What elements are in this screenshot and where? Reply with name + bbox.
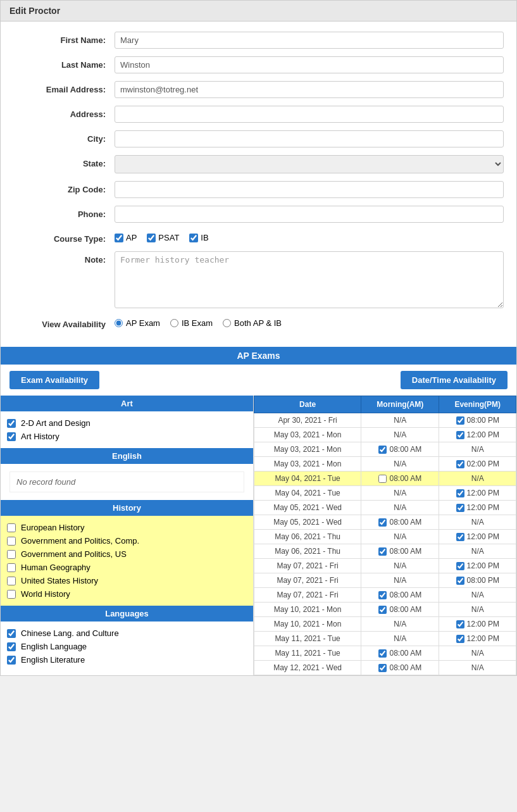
- art-history-checkbox[interactable]: [7, 432, 16, 441]
- pm-checkbox[interactable]: [456, 635, 464, 643]
- avail-ap-radio[interactable]: [115, 319, 123, 327]
- schedule-pm-cell[interactable]: 02:00 PM: [439, 457, 516, 472]
- exam-availability-button[interactable]: Exam Availability: [9, 371, 99, 389]
- pm-checkbox[interactable]: [456, 562, 464, 570]
- avail-both-exam[interactable]: Both AP & IB: [223, 318, 282, 328]
- exam-item: World History: [7, 587, 247, 601]
- email-input[interactable]: [115, 81, 504, 98]
- schedule-am-cell[interactable]: 08:00 AM: [361, 472, 439, 486]
- note-textarea[interactable]: Former history teacher: [115, 251, 504, 308]
- exam-item: United States History: [7, 574, 247, 587]
- course-type-psat[interactable]: PSAT: [147, 233, 179, 242]
- schedule-pm-cell: N/A: [439, 603, 516, 617]
- course-type-ib-label: IB: [201, 233, 208, 242]
- am-checkbox[interactable]: [378, 591, 387, 599]
- first-name-input[interactable]: [115, 32, 504, 49]
- course-type-ap-checkbox[interactable]: [115, 234, 123, 242]
- avail-ap-exam[interactable]: AP Exam: [115, 318, 160, 328]
- schedule-am-cell: N/A: [361, 617, 439, 632]
- schedule-am-cell[interactable]: 08:00 AM: [361, 442, 439, 457]
- am-checkbox[interactable]: [378, 446, 387, 454]
- schedule-am-cell[interactable]: 08:00 AM: [361, 588, 439, 603]
- address-input[interactable]: [115, 106, 504, 123]
- am-checkbox[interactable]: [378, 649, 387, 658]
- phone-input[interactable]: [115, 206, 504, 223]
- schedule-date-cell: May 10, 2021 - Mon: [254, 603, 361, 617]
- first-name-label: First Name:: [13, 32, 115, 45]
- no-record-message: No record found: [9, 472, 244, 492]
- state-select[interactable]: [115, 155, 504, 173]
- schedule-am-cell[interactable]: 08:00 AM: [361, 515, 439, 530]
- avail-ib-exam[interactable]: IB Exam: [170, 318, 213, 328]
- schedule-date-cell: May 05, 2021 - Wed: [254, 515, 361, 530]
- course-type-psat-checkbox[interactable]: [147, 234, 156, 242]
- last-name-input[interactable]: [115, 56, 504, 73]
- avail-both-radio[interactable]: [223, 319, 231, 327]
- datetime-availability-button[interactable]: Date/Time Availability: [401, 371, 508, 389]
- art-2d-checkbox[interactable]: [7, 419, 16, 428]
- col-date: Date: [254, 396, 361, 413]
- schedule-am-cell[interactable]: 08:00 AM: [361, 544, 439, 559]
- am-checkbox[interactable]: [378, 518, 387, 527]
- view-availability-label: View Availability: [13, 316, 115, 329]
- art-section: Art 2-D Art and Design Art History: [1, 396, 253, 448]
- course-type-ib[interactable]: IB: [189, 233, 208, 242]
- english-literature-checkbox[interactable]: [7, 656, 16, 665]
- govt-politics-comp-checkbox[interactable]: [7, 537, 16, 546]
- schedule-pm-cell[interactable]: 12:00 PM: [439, 486, 516, 501]
- am-checkbox[interactable]: [378, 664, 387, 672]
- am-checkbox[interactable]: [378, 606, 387, 614]
- zip-input[interactable]: [115, 181, 504, 198]
- govt-politics-us-checkbox[interactable]: [7, 550, 16, 559]
- avail-ib-radio[interactable]: [170, 319, 178, 327]
- schedule-am-cell[interactable]: 08:00 AM: [361, 661, 439, 675]
- schedule-pm-cell[interactable]: 12:00 PM: [439, 617, 516, 632]
- exam-item: English Literature: [7, 653, 247, 666]
- human-geography-checkbox[interactable]: [7, 563, 16, 572]
- schedule-am-cell: N/A: [361, 413, 439, 428]
- schedule-pm-cell[interactable]: 08:00 PM: [439, 573, 516, 588]
- schedule-pm-cell[interactable]: 12:00 PM: [439, 632, 516, 646]
- schedule-am-cell: N/A: [361, 530, 439, 544]
- english-language-checkbox[interactable]: [7, 642, 16, 651]
- state-label: State:: [13, 155, 115, 168]
- languages-exam-list: Chinese Lang. and Culture English Langua…: [1, 621, 253, 671]
- phone-row: Phone:: [13, 206, 504, 223]
- schedule-pm-cell[interactable]: 12:00 PM: [439, 501, 516, 515]
- schedule-am-cell[interactable]: 08:00 AM: [361, 646, 439, 661]
- am-checkbox[interactable]: [378, 547, 387, 556]
- us-history-checkbox[interactable]: [7, 577, 16, 585]
- pm-checkbox[interactable]: [456, 431, 464, 439]
- first-name-row: First Name:: [13, 32, 504, 49]
- left-col: Art 2-D Art and Design Art History: [1, 396, 254, 675]
- pm-checkbox[interactable]: [456, 504, 464, 512]
- world-history-checkbox[interactable]: [7, 590, 16, 599]
- pm-checkbox[interactable]: [456, 416, 464, 425]
- history-header: History: [1, 500, 253, 516]
- schedule-am-cell: N/A: [361, 428, 439, 442]
- address-label: Address:: [13, 106, 115, 119]
- pm-checkbox[interactable]: [456, 460, 464, 468]
- schedule-pm-cell[interactable]: 12:00 PM: [439, 530, 516, 544]
- am-checkbox[interactable]: [378, 475, 387, 483]
- exam-toolbar: Exam Availability Date/Time Availability: [1, 365, 516, 396]
- schedule-date-cell: May 03, 2021 - Mon: [254, 442, 361, 457]
- schedule-date-cell: May 05, 2021 - Wed: [254, 501, 361, 515]
- schedule-pm-cell[interactable]: 12:00 PM: [439, 428, 516, 442]
- schedule-pm-cell[interactable]: 12:00 PM: [439, 559, 516, 573]
- european-history-checkbox[interactable]: [7, 523, 16, 532]
- pm-checkbox[interactable]: [456, 577, 464, 585]
- chinese-lang-checkbox[interactable]: [7, 629, 16, 638]
- city-input[interactable]: [115, 130, 504, 147]
- course-type-ib-checkbox[interactable]: [189, 234, 198, 242]
- pm-checkbox[interactable]: [456, 620, 464, 628]
- english-literature-label: English Literature: [21, 655, 85, 665]
- pm-checkbox[interactable]: [456, 533, 464, 541]
- course-type-ap[interactable]: AP: [115, 233, 137, 242]
- schedule-date-cell: May 11, 2021 - Tue: [254, 632, 361, 646]
- panel-header: Edit Proctor: [1, 1, 516, 22]
- schedule-pm-cell[interactable]: 08:00 PM: [439, 413, 516, 428]
- schedule-pm-cell: N/A: [439, 661, 516, 675]
- pm-checkbox[interactable]: [456, 489, 464, 497]
- schedule-am-cell[interactable]: 08:00 AM: [361, 603, 439, 617]
